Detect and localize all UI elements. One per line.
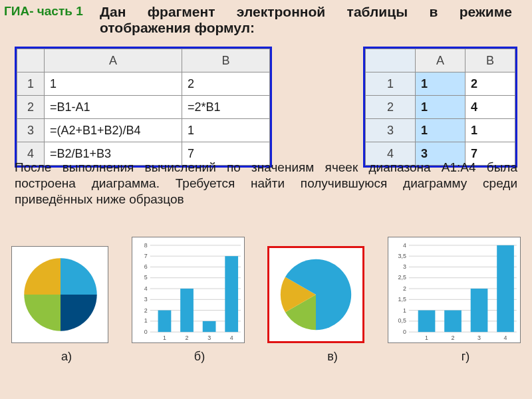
- bar-chart-d: 00,5 11,5 22,5 33,5 4 12 34: [388, 237, 521, 342]
- svg-rect-21: [225, 256, 238, 332]
- svg-text:2: 2: [451, 334, 454, 341]
- svg-rect-18: [158, 311, 171, 332]
- svg-text:3: 3: [403, 263, 406, 270]
- cell-A1: 1: [45, 72, 182, 96]
- option-d-chart: 00,5 11,5 22,5 33,5 4 12 34: [388, 237, 521, 343]
- svg-text:8: 8: [144, 242, 148, 249]
- svg-text:7: 7: [144, 253, 148, 259]
- svg-text:1: 1: [144, 317, 148, 324]
- svg-text:1: 1: [163, 334, 166, 341]
- cell-A2: =B1-A1: [45, 96, 182, 119]
- svg-rect-20: [202, 321, 215, 332]
- option-b-chart: 01 23 45 67 8 12 34: [132, 237, 245, 343]
- col-header-A: A: [45, 49, 182, 72]
- svg-text:4: 4: [229, 334, 233, 341]
- svg-text:4: 4: [503, 334, 507, 341]
- option-a-label: а): [0, 350, 133, 364]
- svg-text:3: 3: [144, 296, 148, 303]
- option-c-chart: [267, 246, 364, 343]
- svg-text:5: 5: [144, 274, 148, 281]
- svg-text:1,5: 1,5: [398, 296, 406, 303]
- cell-A2: 1: [416, 96, 466, 119]
- svg-rect-19: [180, 289, 194, 332]
- values-table-frame: A B 1 1 2 2 1 4 3 1 1 4 3 7: [363, 47, 517, 168]
- cell-B1: 2: [182, 72, 270, 96]
- table-row: 1 1 2: [366, 72, 515, 96]
- formula-table: A B 1 1 2 2 =B1-A1 =2*B1 3 =(A2+B1+B2)/B…: [17, 49, 270, 166]
- cell-A3: 1: [416, 119, 466, 142]
- svg-rect-46: [470, 289, 487, 332]
- row-header: 3: [17, 119, 45, 142]
- cell-B1: 2: [466, 72, 515, 96]
- svg-text:3,5: 3,5: [398, 253, 406, 259]
- values-table: A B 1 1 2 2 1 4 3 1 1 4 3 7: [365, 49, 515, 166]
- corner-cell: [17, 49, 45, 72]
- table-row: 3 1 1: [366, 119, 515, 142]
- task-text: После выполнения вычислений по значениям…: [15, 160, 517, 207]
- svg-text:2: 2: [185, 334, 188, 341]
- option-a-chart: [11, 246, 108, 343]
- pie-chart-c: [269, 248, 362, 341]
- svg-text:6: 6: [144, 263, 148, 270]
- cell-B3: 1: [182, 119, 270, 142]
- svg-text:1: 1: [425, 334, 428, 341]
- svg-text:2: 2: [144, 307, 148, 314]
- formula-table-frame: A B 1 1 2 2 =B1-A1 =2*B1 3 =(A2+B1+B2)/B…: [15, 47, 272, 168]
- svg-text:2,5: 2,5: [398, 274, 406, 281]
- svg-text:3: 3: [477, 334, 481, 341]
- gia-label: ГИА- часть 1: [4, 4, 84, 19]
- corner-cell: [366, 49, 416, 72]
- table-row: 3 =(A2+B1+B2)/B4 1: [17, 119, 270, 142]
- charts-row: 01 23 45 67 8 12 34: [0, 237, 532, 343]
- cell-B3: 1: [466, 119, 515, 142]
- row-header: 1: [366, 72, 416, 96]
- option-c-label: в): [266, 350, 399, 364]
- cell-B2: =2*B1: [182, 96, 270, 119]
- svg-text:4: 4: [144, 285, 148, 292]
- row-header: 2: [17, 96, 45, 119]
- cell-B2: 4: [466, 96, 515, 119]
- header-row: A B: [366, 49, 515, 72]
- svg-text:0: 0: [403, 329, 406, 335]
- row-header: 2: [366, 96, 416, 119]
- option-labels: а) б) в) г): [0, 350, 532, 364]
- svg-rect-47: [497, 245, 514, 332]
- option-b-label: б): [133, 350, 266, 364]
- col-header-A: A: [416, 49, 466, 72]
- svg-text:0: 0: [144, 329, 148, 335]
- option-d-label: г): [399, 350, 532, 364]
- svg-text:2: 2: [403, 285, 406, 292]
- bar-chart-b: 01 23 45 67 8 12 34: [132, 237, 245, 342]
- svg-rect-45: [444, 311, 462, 332]
- svg-text:4: 4: [403, 242, 406, 249]
- table-row: 2 =B1-A1 =2*B1: [17, 96, 270, 119]
- pie-chart-a: [12, 247, 109, 342]
- header-row: A B: [17, 49, 270, 72]
- svg-text:1: 1: [403, 307, 406, 314]
- svg-text:3: 3: [207, 334, 211, 341]
- table-row: 2 1 4: [366, 96, 515, 119]
- cell-A1: 1: [416, 72, 466, 96]
- svg-text:0,5: 0,5: [398, 317, 406, 324]
- col-header-B: B: [182, 49, 270, 72]
- svg-rect-44: [418, 311, 435, 332]
- row-header: 3: [366, 119, 416, 142]
- row-header: 1: [17, 72, 45, 96]
- page-title: Дан фрагмент электронной таблицы в режим…: [100, 4, 512, 36]
- cell-A3: =(A2+B1+B2)/B4: [45, 119, 182, 142]
- table-row: 1 1 2: [17, 72, 270, 96]
- col-header-B: B: [466, 49, 515, 72]
